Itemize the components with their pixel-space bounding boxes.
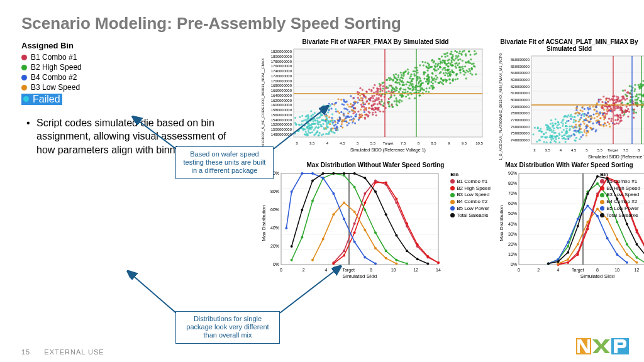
svg-text:60%: 60% <box>508 201 517 206</box>
svg-point-1939 <box>586 192 589 195</box>
svg-point-1523 <box>561 131 563 133</box>
svg-point-216 <box>428 91 430 93</box>
svg-point-1531 <box>575 119 577 121</box>
svg-point-1429 <box>552 138 554 140</box>
svg-point-1438 <box>552 122 553 124</box>
svg-text:10%: 10% <box>508 252 517 256</box>
svg-point-1706 <box>609 126 611 128</box>
svg-point-835 <box>452 58 453 60</box>
svg-point-245 <box>469 70 471 72</box>
svg-point-861 <box>419 86 421 88</box>
svg-point-1532 <box>584 129 586 131</box>
svg-point-666 <box>372 97 374 99</box>
svg-point-1391 <box>559 126 561 128</box>
svg-text:2: 2 <box>537 268 540 272</box>
svg-text:70%: 70% <box>508 191 517 195</box>
svg-point-1857 <box>395 234 397 237</box>
svg-point-80 <box>405 96 407 97</box>
svg-point-1271 <box>575 124 577 126</box>
svg-point-1934 <box>626 261 628 264</box>
svg-point-1661 <box>579 109 581 111</box>
svg-text:7.5: 7.5 <box>401 141 406 145</box>
chart-dist-with-sorting: Max Distribution With Wafer Speed Sortin… <box>497 162 641 287</box>
callout-distributions: Distributions for single package look ve… <box>175 311 280 344</box>
svg-point-1637 <box>635 112 637 114</box>
svg-point-114 <box>457 78 458 80</box>
svg-point-514 <box>440 78 442 80</box>
svg-point-434 <box>419 64 421 66</box>
svg-point-1309 <box>579 125 581 127</box>
chart-legend: BinB1 Combo #1B2 High SpeedB3 Low SpeedB… <box>450 172 491 219</box>
svg-point-26 <box>382 111 384 112</box>
svg-text:750000000: 750000000 <box>511 131 530 135</box>
svg-point-1938 <box>577 225 579 228</box>
svg-point-1598 <box>557 121 558 123</box>
svg-point-782 <box>350 116 352 118</box>
chart-title: Bivariate Fit of WAFER_FMAX By Simulated… <box>259 38 492 45</box>
svg-point-1326 <box>558 123 560 125</box>
svg-point-1540 <box>576 107 578 109</box>
svg-point-667 <box>455 74 457 76</box>
svg-point-603 <box>455 65 457 67</box>
svg-point-865 <box>428 65 430 67</box>
svg-text:10: 10 <box>391 268 396 272</box>
svg-text:10.5: 10.5 <box>475 141 483 145</box>
svg-text:800000000: 800000000 <box>511 98 530 102</box>
svg-point-1659 <box>552 134 553 136</box>
svg-point-635 <box>457 59 459 61</box>
svg-point-845 <box>401 95 402 97</box>
svg-point-1731 <box>600 124 602 126</box>
svg-point-1037 <box>562 119 564 121</box>
svg-point-257 <box>421 61 423 63</box>
svg-point-277 <box>423 77 425 79</box>
callout-package: Based on wafer speed testing these units… <box>175 146 274 179</box>
svg-point-797 <box>427 70 429 72</box>
svg-point-1626 <box>623 97 625 99</box>
svg-point-803 <box>389 106 391 107</box>
svg-point-790 <box>449 74 451 76</box>
svg-point-1813 <box>416 243 419 246</box>
svg-point-108 <box>386 91 387 93</box>
svg-point-868 <box>454 50 456 52</box>
svg-point-1165 <box>581 131 583 133</box>
svg-point-381 <box>461 54 463 56</box>
svg-point-1646 <box>579 138 580 140</box>
y-axis-label: 24101037_S_BF_CORE1200_063031_NOM__FMAX <box>261 58 265 148</box>
svg-point-614 <box>409 88 411 90</box>
svg-point-226 <box>407 69 409 70</box>
svg-point-1583 <box>547 127 549 129</box>
svg-point-1589 <box>558 141 560 143</box>
svg-point-807 <box>408 84 410 86</box>
svg-point-1424 <box>574 130 575 132</box>
svg-point-1368 <box>605 106 607 107</box>
svg-point-1656 <box>550 123 552 125</box>
svg-point-626 <box>392 91 394 93</box>
svg-point-1334 <box>599 99 601 101</box>
svg-point-759 <box>425 72 426 74</box>
svg-point-780 <box>365 90 367 92</box>
x-axis-label: Simulated SIdd <box>580 273 614 279</box>
svg-point-1687 <box>574 112 576 114</box>
svg-point-536 <box>375 111 377 113</box>
svg-point-1826 <box>395 259 397 261</box>
svg-point-862 <box>425 65 427 67</box>
svg-point-1815 <box>437 261 440 264</box>
svg-point-581 <box>448 58 450 60</box>
svg-point-459 <box>360 116 362 118</box>
x-axis-label: Simulated SIDD (Reference Voltage 1) <box>350 148 426 153</box>
svg-point-1617 <box>626 106 628 107</box>
svg-point-1519 <box>592 128 594 129</box>
svg-point-652 <box>430 66 431 68</box>
svg-point-98 <box>357 101 358 103</box>
svg-point-1650 <box>616 115 618 117</box>
svg-point-1624 <box>575 137 577 139</box>
svg-point-1711 <box>604 101 606 103</box>
svg-point-372 <box>330 107 332 109</box>
svg-point-629 <box>380 104 382 106</box>
svg-point-1729 <box>595 112 597 114</box>
svg-text:820000000: 820000000 <box>511 85 530 89</box>
svg-point-1924 <box>626 253 628 256</box>
svg-point-1145 <box>592 114 594 116</box>
svg-point-1511 <box>606 109 608 111</box>
svg-point-1817 <box>301 236 303 239</box>
